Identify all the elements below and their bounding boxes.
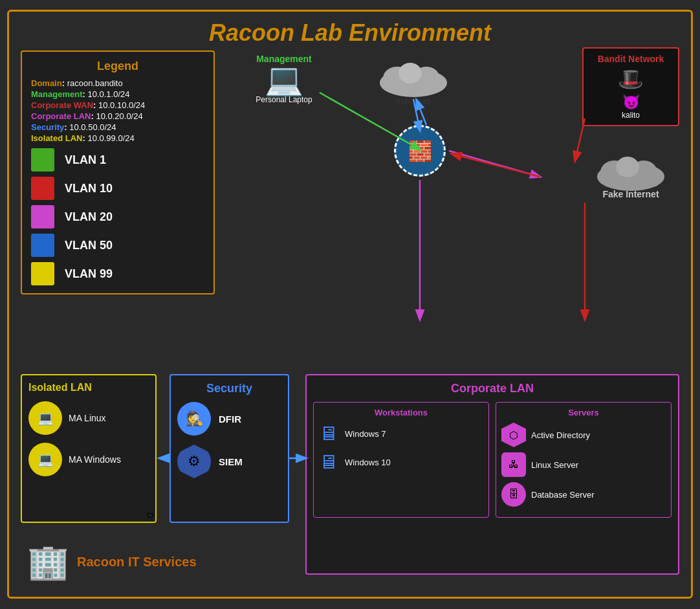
racoon-it-label: Racoon IT Services xyxy=(77,555,197,570)
active-directory-icon: ⬡ xyxy=(501,423,526,447)
vlan-1-row: VLAN 1 xyxy=(31,148,204,172)
bandit-sublabel: kalito xyxy=(589,111,673,120)
legend-domain-val: racoon.bandito xyxy=(67,78,123,88)
management-node: Management 💻 Personal Laptop xyxy=(248,54,320,104)
legend-mgmt-key: Management: xyxy=(31,89,87,99)
workstations-title: Workstations xyxy=(319,408,483,417)
network-area: Management 💻 Personal Laptop Internet Ba… xyxy=(216,47,679,364)
workstations-box: Workstations 🖥 Windows 7 🖥 Windows 10 xyxy=(313,402,489,518)
main-container: Racoon Lab Environment Legend Domain: ra… xyxy=(7,10,693,599)
internet-node: Internet xyxy=(371,54,455,106)
bottom-section: Isolated LAN 💻 🛡 MA Linux 💻 🛡 MA Windows… xyxy=(21,374,679,585)
legend-domain-key: Domain: xyxy=(31,78,67,88)
legend-wan: Corporate WAN: 10.0.10.0/24 xyxy=(31,100,204,110)
fake-internet-node: Fake Internet xyxy=(589,148,673,199)
siem-icon: ⚙ xyxy=(177,445,211,478)
vlan-1-color xyxy=(31,148,54,172)
legend-iso-key: Isolated LAN: xyxy=(31,133,87,143)
ma-windows-item: 💻 🛡 MA Windows xyxy=(28,443,149,476)
internet-cloud-icon xyxy=(375,54,452,99)
ma-linux-icon: 💻 🛡 xyxy=(28,401,62,435)
vlan-1-label: VLAN 1 xyxy=(65,153,106,167)
legend-sec-val: 10.0.50.0/24 xyxy=(69,122,116,132)
corporate-lan-box: Corporate LAN Workstations 🖥 Windows 7 🖥… xyxy=(305,374,679,575)
corp-inner: Workstations 🖥 Windows 7 🖥 Windows 10 Se… xyxy=(313,402,672,518)
vlan-20-color xyxy=(31,205,54,228)
ma-windows-icon: 💻 🛡 xyxy=(28,443,62,476)
ma-linux-label: MA Linux xyxy=(69,413,106,423)
fake-internet-cloud-icon xyxy=(592,148,670,193)
racoon-it: 🏢 Racoon IT Services xyxy=(27,542,197,582)
legend-title: Legend xyxy=(31,60,204,73)
mgmt-sublabel: Personal Laptop xyxy=(248,95,320,104)
security-title: Security xyxy=(177,382,281,395)
corporate-lan-title: Corporate LAN xyxy=(313,382,672,395)
legend-sec: Security: 10.0.50.0/24 xyxy=(31,122,204,132)
legend-wan-key: Corporate WAN: xyxy=(31,100,98,110)
firewall-node: 🧱 xyxy=(394,125,446,177)
legend-mgmt-val: 10.0.1.0/24 xyxy=(87,89,129,99)
database-server-icon: 🗄 xyxy=(501,482,526,507)
legend-lan: Corporate LAN: 10.0.20.0/24 xyxy=(31,111,204,121)
database-server-label: Database Server xyxy=(531,490,595,500)
windows7-label: Windows 7 xyxy=(345,429,386,439)
linux-server-label: Linux Server xyxy=(531,460,578,470)
legend-iso-val: 10.0.99.0/24 xyxy=(87,133,134,143)
legend-wan-val: 10.0.10.0/24 xyxy=(98,100,145,110)
legend-mgmt: Management: 10.0.1.0/24 xyxy=(31,89,204,99)
bandit-title: Bandit Network xyxy=(589,54,673,64)
firewall-icon: 🧱 xyxy=(408,140,432,162)
vlan-50-label: VLAN 50 xyxy=(65,239,113,252)
database-server-item: 🗄 Database Server xyxy=(501,482,666,507)
windows7-item: 🖥 Windows 7 xyxy=(319,423,483,445)
vlan-20-row: VLAN 20 xyxy=(31,205,204,228)
ma-windows-label: MA Windows xyxy=(69,454,121,465)
windows10-icon: 🖥 xyxy=(319,451,338,473)
vlan-10-color xyxy=(31,177,54,200)
building-icon: 🏢 xyxy=(27,542,69,582)
vlan-99-color xyxy=(31,262,54,285)
servers-title: Servers xyxy=(501,408,666,417)
siem-item: ⚙ SIEM xyxy=(177,445,281,478)
linux-server-item: 🖧 Linux Server xyxy=(501,452,666,477)
legend-lan-val: 10.0.20.0/24 xyxy=(96,111,142,121)
vlan-10-label: VLAN 10 xyxy=(65,182,113,195)
laptop-icon: 💻 xyxy=(248,64,320,95)
dfir-item: 🕵 DFIR xyxy=(177,402,281,436)
active-directory-label: Active Directory xyxy=(531,430,590,440)
dfir-label: DFIR xyxy=(219,414,241,425)
isolated-lan-title: Isolated LAN xyxy=(28,382,149,393)
servers-box: Servers ⬡ Active Directory 🖧 Linux Serve… xyxy=(496,402,672,518)
vlan-20-label: VLAN 20 xyxy=(65,210,113,224)
legend-lan-key: Corporate LAN: xyxy=(31,111,96,121)
security-box: Security 🕵 DFIR ⚙ SIEM xyxy=(170,374,289,523)
ma-linux-item: 💻 🛡 MA Linux xyxy=(28,401,149,435)
linux-server-icon: 🖧 xyxy=(501,452,526,477)
active-directory-item: ⬡ Active Directory xyxy=(501,423,666,447)
windows7-icon: 🖥 xyxy=(319,423,338,445)
dfir-icon: 🕵 xyxy=(177,402,211,436)
legend-box: Legend Domain: racoon.bandito Management… xyxy=(21,50,215,294)
legend-iso: Isolated LAN: 10.0.99.0/24 xyxy=(31,133,204,143)
vlan-50-row: VLAN 50 xyxy=(31,234,204,257)
windows10-label: Windows 10 xyxy=(345,458,391,467)
svg-point-3 xyxy=(399,63,422,83)
isolated-lan-box: Isolated LAN 💻 🛡 MA Linux 💻 🛡 MA Windows xyxy=(21,374,157,523)
svg-line-13 xyxy=(452,154,540,177)
vlan-99-row: VLAN 99 xyxy=(31,262,204,285)
svg-line-11 xyxy=(449,151,540,177)
siem-label: SIEM xyxy=(219,456,243,467)
legend-domain: Domain: racoon.bandito xyxy=(31,78,204,88)
vlan-99-label: VLAN 99 xyxy=(65,267,113,281)
bandit-network-box: Bandit Network 🎩 😈 kalito xyxy=(582,47,679,126)
windows10-item: 🖥 Windows 10 xyxy=(319,451,483,473)
hacker-icon: 🎩 xyxy=(589,67,673,91)
vlan-10-row: VLAN 10 xyxy=(31,177,204,200)
svg-point-7 xyxy=(616,157,639,177)
mask-icon: 😈 xyxy=(589,94,673,111)
vlan-50-color xyxy=(31,234,54,257)
legend-sec-key: Security: xyxy=(31,122,69,132)
page-title: Racoon Lab Environment xyxy=(9,12,691,52)
